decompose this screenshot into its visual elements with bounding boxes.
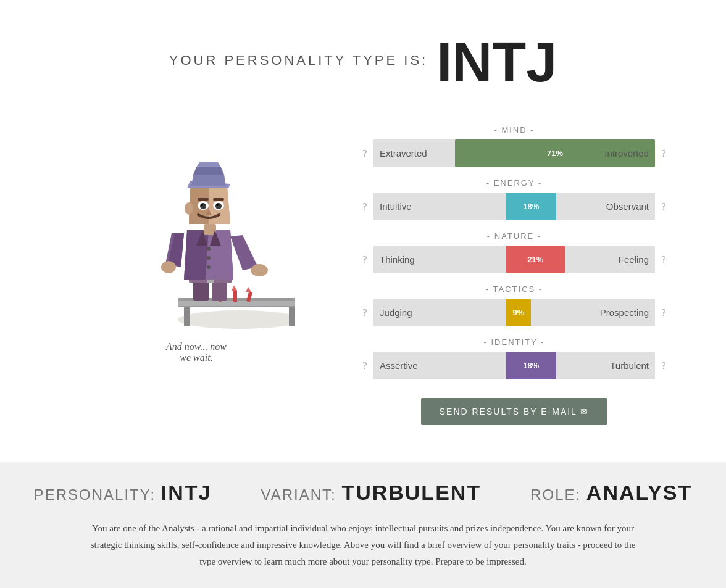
energy-left-question[interactable]: ? <box>360 201 370 212</box>
personality-title: Your Personality Type Is: INTJ <box>12 31 714 94</box>
variant-summary-item: Variant: Turbulent <box>261 481 481 505</box>
energy-trait-row: ? Intuitive 18% Observant ? <box>360 193 669 220</box>
role-summary-item: Role: Analyst <box>530 481 692 505</box>
identity-right-label: Turbulent <box>610 360 649 371</box>
svg-point-0 <box>178 310 295 329</box>
character-caption: And now... now we wait. <box>166 341 227 363</box>
svg-marker-9 <box>232 286 237 291</box>
personality-value: INTJ <box>161 481 212 504</box>
tactics-section-label: - Tactics - <box>360 284 669 294</box>
trait-section-energy: - Energy - ? Intuitive 18% Observant ? <box>360 178 669 220</box>
send-icon: ✉ <box>580 407 589 416</box>
svg-marker-29 <box>193 167 224 175</box>
traits-side: - Mind - ? Extraverted 71% Introverted ?… <box>360 119 669 425</box>
svg-marker-16 <box>184 230 209 280</box>
nature-left-label: Thinking <box>380 254 415 265</box>
svg-marker-21 <box>230 235 258 270</box>
svg-rect-4 <box>178 301 295 306</box>
personality-summary-row: Personality: INTJ Variant: Turbulent Rol… <box>25 481 701 505</box>
top-nav <box>0 0 726 6</box>
energy-bar-container: Intuitive 18% Observant <box>373 193 655 220</box>
svg-rect-32 <box>213 198 224 201</box>
nature-section-label: - Nature - <box>360 231 669 241</box>
role-value: Analyst <box>586 481 692 504</box>
tactics-left-label: Judging <box>380 307 412 318</box>
tactics-left-question[interactable]: ? <box>360 307 370 318</box>
mind-right-label: Introverted <box>604 148 649 159</box>
energy-right-label: Observant <box>606 201 649 212</box>
svg-rect-6 <box>233 291 237 302</box>
caption-line2: we wait. <box>166 352 227 363</box>
type-code: INTJ <box>436 31 557 93</box>
character-figure <box>98 144 295 335</box>
mind-left-question[interactable]: ? <box>360 148 370 159</box>
tactics-bar-container: Judging 9% Prospecting <box>373 299 655 326</box>
svg-marker-17 <box>206 230 233 280</box>
trait-section-mind: - Mind - ? Extraverted 71% Introverted ? <box>360 125 669 167</box>
identity-fill: 18% <box>506 352 556 379</box>
title-label: Your Personality Type Is: <box>169 52 428 68</box>
nature-left-question[interactable]: ? <box>360 254 370 265</box>
tactics-trait-row: ? Judging 9% Prospecting ? <box>360 299 669 326</box>
mind-section-label: - Mind - <box>360 125 669 135</box>
svg-rect-31 <box>198 198 209 201</box>
energy-fill: 18% <box>506 193 556 220</box>
svg-point-22 <box>251 264 268 276</box>
trait-section-tactics: - Tactics - ? Judging 9% Prospecting ? <box>360 284 669 326</box>
mind-right-question[interactable]: ? <box>659 148 669 159</box>
svg-rect-11 <box>193 280 209 301</box>
nature-trait-row: ? Thinking 21% Feeling ? <box>360 246 669 273</box>
character-side: And now... now we wait. <box>57 119 335 363</box>
identity-percent: 18% <box>523 361 539 370</box>
mind-percent: 71% <box>547 149 563 158</box>
svg-point-37 <box>201 204 203 206</box>
svg-point-20 <box>161 261 176 273</box>
nature-right-question[interactable]: ? <box>659 254 669 265</box>
svg-point-35 <box>200 203 206 209</box>
tactics-percent: 9% <box>512 308 524 317</box>
caption-line1: And now... now <box>166 341 227 352</box>
svg-rect-2 <box>184 307 190 326</box>
identity-right-question[interactable]: ? <box>659 360 669 371</box>
svg-marker-10 <box>246 287 251 292</box>
role-label: Role: <box>530 486 581 503</box>
svg-point-36 <box>215 203 222 209</box>
energy-right-question[interactable]: ? <box>659 201 669 212</box>
energy-percent: 18% <box>523 202 539 211</box>
svg-point-38 <box>216 204 219 206</box>
trait-section-nature: - Nature - ? Thinking 21% Feeling ? <box>360 231 669 273</box>
trait-section-identity: - Identity - ? Assertive 18% Turbulent ? <box>360 337 669 379</box>
svg-point-45 <box>207 265 211 269</box>
nature-right-label: Feeling <box>619 254 649 265</box>
tactics-right-question[interactable]: ? <box>659 307 669 318</box>
svg-rect-12 <box>212 280 227 301</box>
personality-label: Personality: <box>34 486 156 503</box>
character-svg <box>98 144 295 335</box>
svg-rect-3 <box>289 307 295 326</box>
nature-fill: 21% <box>506 246 565 273</box>
svg-marker-30 <box>196 162 221 167</box>
identity-bar-container: Assertive 18% Turbulent <box>373 352 655 379</box>
main-content: Your Personality Type Is: INTJ <box>0 6 726 462</box>
bottom-section: Personality: INTJ Variant: Turbulent Rol… <box>0 462 726 588</box>
send-btn-label: Send Results By E-Mail <box>440 407 577 416</box>
identity-trait-row: ? Assertive 18% Turbulent ? <box>360 352 669 379</box>
svg-point-43 <box>207 247 211 251</box>
tactics-fill: 9% <box>506 299 531 326</box>
mind-trait-row: ? Extraverted 71% Introverted ? <box>360 139 669 167</box>
personality-summary-item: Personality: INTJ <box>34 481 212 505</box>
svg-point-44 <box>207 256 211 260</box>
nature-percent: 21% <box>527 255 543 264</box>
mind-bar-container: Extraverted 71% Introverted <box>373 139 655 167</box>
identity-left-label: Assertive <box>380 360 418 371</box>
identity-left-question[interactable]: ? <box>360 360 370 371</box>
svg-point-40 <box>185 202 193 215</box>
identity-section-label: - Identity - <box>360 337 669 347</box>
energy-left-label: Intuitive <box>380 201 412 212</box>
content-grid: And now... now we wait. - Mind - ? Extra… <box>23 119 703 425</box>
nature-bar-container: Thinking 21% Feeling <box>373 246 655 273</box>
mind-left-label: Extraverted <box>380 148 427 159</box>
send-results-button[interactable]: Send Results By E-Mail ✉ <box>421 398 608 425</box>
tactics-right-label: Prospecting <box>600 307 649 318</box>
energy-section-label: - Energy - <box>360 178 669 188</box>
